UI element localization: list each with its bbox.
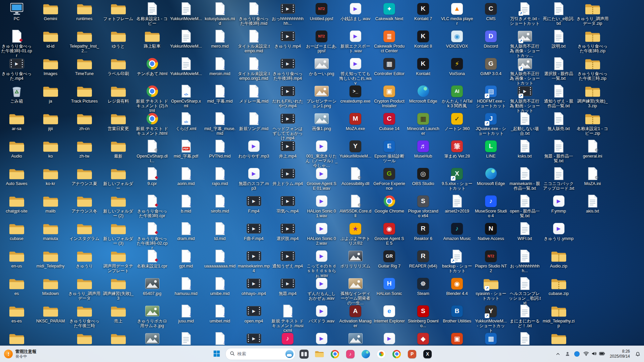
desktop-icon[interactable]: Y↗YukkuriMovieM... - ショートカット [475, 304, 507, 333]
desktop-icon[interactable]: ▶ヘッドフォンはずしててぉかっけ.mp4 [271, 112, 304, 140]
desktop-icon[interactable]: 画像1.png [305, 112, 338, 131]
desktop-icon[interactable]: PDFmid_字幕.pdf [170, 139, 202, 159]
desktop-icon[interactable]: Microsoft Edge [475, 167, 507, 186]
desktop-icon[interactable]: ↗無人販売不正行為 画像 - ショートカッ… [508, 29, 541, 58]
desktop-icon[interactable]: akis.txt [576, 194, 609, 214]
desktop-icon[interactable]: 調声練習(失敗)_3 [102, 277, 135, 301]
desktop-icon[interactable]: LLINE [475, 139, 507, 159]
desktop-icon[interactable]: eInternet Explorer [373, 304, 406, 323]
desktop-icon[interactable]: ▶井上ドラム.mp4 [271, 167, 304, 186]
tray-blue-app-icon[interactable] [573, 348, 581, 360]
desktop-icon[interactable]: ↗syasinn - ショートカット [475, 277, 507, 301]
desktop-icon[interactable]: ko-kr [34, 167, 67, 186]
desktop-icon[interactable]: PC [0, 2, 33, 21]
desktop-icon[interactable]: ▶ [237, 332, 270, 346]
desktop-icon[interactable]: ⚡VoiSona [441, 57, 473, 76]
desktop-icon[interactable]: AIかんたん！AITalk 3 関西風 [441, 84, 473, 108]
desktop-icon[interactable]: ▶きゅうり食べった.mp4 [0, 57, 33, 81]
desktop-icon[interactable]: ▶Groove Agent SE 01.wav [305, 167, 338, 191]
desktop-icon[interactable]: ▶パズドラ.wav [305, 304, 338, 323]
desktop-icon[interactable]: es-es [0, 304, 33, 323]
desktop-icon[interactable]: ♪メドレー風.mid [237, 84, 270, 104]
desktop-icon[interactable]: ▶羽気へ.mp4 [271, 194, 304, 214]
desktop-icon[interactable]: ▦Controller Editor [373, 57, 406, 76]
desktop-icon[interactable]: ▶ohhayo-.mp4 [237, 277, 270, 296]
desktop-icon[interactable]: NNative Access [475, 222, 507, 241]
desktop-icon[interactable]: GGeForce Experience [373, 167, 406, 191]
taskbar-app-microsoft-edge[interactable] [359, 347, 373, 361]
desktop-icon[interactable]: maniuta [34, 222, 67, 241]
desktop-icon[interactable]: 調声練習(失敗)_3.zip [576, 84, 609, 108]
taskbar-clock[interactable]: 8:26 2025/09/14 [607, 347, 633, 361]
desktop-icon[interactable]: HHALion Sonic [373, 277, 406, 296]
desktop-icon[interactable]: ♪PVTNd.mid [204, 139, 236, 159]
desktop-icon[interactable]: NT2おーばーまにあ.ppsf [305, 29, 338, 53]
desktop-icon[interactable]: ◆きゅうり食べった午後3時.cpr [136, 194, 168, 218]
desktop-icon[interactable]: ◆ [407, 332, 439, 346]
desktop-icon[interactable] [542, 332, 575, 346]
desktop-icon[interactable]: きゅうり食べった午後三時 [68, 304, 101, 328]
desktop-icon[interactable] [339, 332, 372, 346]
desktop-icon[interactable]: CCMS [475, 2, 507, 21]
desktop-icon[interactable]: ♪rajio.mid [204, 167, 236, 186]
desktop-icon[interactable]: ▶だれもFXいれたやつ.mp4 [271, 84, 304, 108]
desktop-icon[interactable]: ♪mid_字幕_muse.mid [204, 112, 236, 136]
desktop-icon[interactable]: ◎OBS Studio [407, 167, 439, 186]
desktop-icon[interactable]: open - 親作品一覧.txt [508, 194, 541, 218]
desktop-icon[interactable]: ♪ [204, 332, 236, 346]
desktop-icon[interactable]: フォトフレーム [102, 2, 135, 21]
desktop-icon[interactable]: DDiscord [475, 29, 507, 49]
tray-grey-app-icon[interactable] [563, 348, 572, 360]
desktop-icon[interactable]: ◉Blender 4.4 [441, 277, 473, 296]
desktop-icon[interactable]: ▶井上.mp4 [271, 139, 304, 159]
desktop-icon[interactable]: Images [34, 57, 67, 76]
desktop-icon[interactable]: ♪タイトル未設定.tempo.mid [237, 29, 270, 53]
desktop-icon[interactable]: WIFI.txt [508, 222, 541, 241]
desktop-icon[interactable]: ♪aorin.mid [170, 167, 202, 186]
start-button[interactable] [210, 347, 223, 361]
desktop-icon[interactable]: ♪新規ソング.mid [237, 112, 270, 131]
desktop-icon[interactable]: KKontakt 8 [407, 29, 439, 49]
tray-chevron-up-icon[interactable] [554, 348, 562, 360]
desktop-icon[interactable]: ♪gpt.mid [170, 249, 202, 268]
taskbar-app-powerpoint[interactable]: P [406, 347, 419, 361]
desktop-icon[interactable]: ♪タイトル未設定.tempo.orig1.mid [237, 57, 270, 81]
desktop-icon[interactable]: ▶新規エクスポート.wav [339, 29, 372, 53]
desktop-icon[interactable]: ⚙OpenCvSharp.dll... [136, 139, 168, 163]
desktop-icon[interactable]: NKSC_PARAM [34, 304, 67, 323]
desktop-icon[interactable]: 死にたい_e歌詞.txt [542, 2, 575, 26]
desktop-icon[interactable]: ☸Steam [407, 277, 439, 296]
desktop-icon[interactable]: ♪jusu.mid [170, 304, 202, 323]
desktop-icon[interactable]: きゅうり_調声用データ [68, 277, 101, 301]
desktop-icon[interactable]: id-id [34, 29, 67, 49]
desktop-icon[interactable]: X↗9.5.xlsx - ショートカット [441, 167, 473, 191]
desktop-icon[interactable]: ▶通知うぜえ.mp4 [271, 249, 304, 268]
desktop-icon[interactable]: YukkuriMovieM... [170, 57, 202, 76]
desktop-icon[interactable]: es [0, 277, 33, 296]
desktop-icon[interactable]: ▶F曲-F.mp4 [237, 222, 270, 241]
desktop-icon[interactable]: ニコニコバックアップロード.txt [542, 167, 575, 191]
desktop-icon[interactable]: ▶答え知ってても悔しいわこれ.wav [339, 57, 372, 85]
desktop-icon[interactable]: YukkuriMovieM... [170, 29, 202, 49]
desktop-icon[interactable]: ♪td.mid [204, 222, 236, 241]
desktop-icon[interactable]: ▶F.mp4 [237, 194, 270, 214]
desktop-icon[interactable]: おっhhhhhhhhhh... [508, 249, 541, 273]
desktop-icon[interactable]: 無題 - 親作品一覧.txt [542, 139, 575, 163]
desktop-icon[interactable]: KKontakt 7 [407, 2, 439, 21]
desktop-icon[interactable]: インスタグラム [68, 222, 101, 241]
desktop-icon[interactable]: ◉Groove Agent SE 5 [373, 222, 406, 246]
desktop-icon[interactable]: airset2+2019 [441, 194, 473, 214]
desktop-icon[interactable]: ▶ [373, 332, 406, 346]
desktop-icon[interactable]: ▶001_東北きりたん（ノーマル）_今しゃ… [305, 139, 338, 168]
desktop-icon[interactable]: ♪ [271, 332, 304, 346]
desktop-icon[interactable]: </>くらげ.xml [170, 112, 202, 131]
desktop-icon[interactable]: AActivation Manager [339, 304, 372, 328]
desktop-icon[interactable]: ◆9.cpr [136, 167, 168, 186]
desktop-icon[interactable]: ♬MuseHub [407, 139, 439, 159]
desktop-icon[interactable]: ksks.txt [508, 139, 541, 159]
notification-bell-icon[interactable] [633, 348, 642, 360]
desktop-icon[interactable] [136, 332, 168, 346]
desktop-icon[interactable]: ⚙AWSSDK.Core.dll [339, 194, 372, 218]
desktop-icon[interactable]: 新規 テキスト ドキュメント.html [136, 112, 168, 136]
desktop-icon[interactable]: ♪Amazon Music [441, 222, 473, 241]
